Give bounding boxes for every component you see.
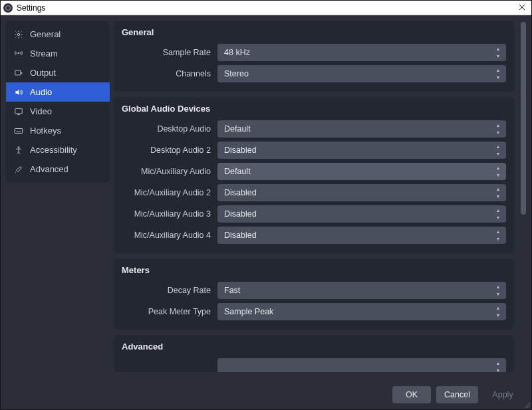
select-value: Disabled (224, 231, 257, 240)
select-value: Fast (224, 286, 240, 295)
gear-icon (14, 30, 23, 39)
sidebar-item-label: Hotkeys (30, 126, 61, 136)
antenna-icon (14, 49, 23, 58)
sidebar: General Stream Output Audio (6, 21, 110, 183)
sidebar-item-label: Stream (30, 49, 58, 58)
svg-point-5 (18, 146, 19, 148)
sidebar-item-label: Video (30, 106, 52, 116)
field-label: Desktop Audio 2 (122, 146, 212, 155)
select-value: Disabled (224, 188, 257, 197)
apply-button[interactable]: Apply (483, 386, 522, 403)
mic-aux-3-select[interactable]: Disabled ▴▾ (217, 205, 506, 223)
close-icon (519, 4, 525, 11)
sidebar-item-accessibility[interactable]: Accessibility (6, 140, 110, 159)
select-value: 48 kHz (224, 48, 250, 57)
group-title: Global Audio Devices (122, 104, 506, 114)
sidebar-item-output[interactable]: Output (6, 63, 110, 82)
sidebar-item-stream[interactable]: Stream (6, 44, 110, 63)
field-label: Mic/Auxiliary Audio 3 (122, 209, 212, 219)
sidebar-item-video[interactable]: Video (6, 102, 110, 121)
select-value: Default (224, 167, 251, 176)
sidebar-item-label: Accessibility (30, 145, 77, 155)
sidebar-item-general[interactable]: General (6, 25, 110, 44)
sidebar-item-hotkeys[interactable]: Hotkeys (6, 121, 110, 140)
sidebar-item-label: Advanced (30, 164, 68, 174)
channels-select[interactable]: Stereo ▴▾ (217, 65, 506, 82)
field-label: Decay Rate (122, 286, 212, 295)
mic-aux-4-select[interactable]: Disabled ▴▾ (217, 227, 506, 244)
group-title: Meters (122, 265, 506, 275)
decay-rate-select[interactable]: Fast ▴▾ (217, 282, 506, 299)
updown-icon: ▴▾ (492, 46, 504, 59)
select-value: Default (224, 124, 251, 134)
group-meters: Meters Decay Rate Fast ▴▾ Peak Meter Typ… (114, 258, 514, 330)
keyboard-icon (14, 126, 23, 136)
cancel-button[interactable]: Cancel (436, 386, 478, 403)
svg-point-1 (18, 52, 19, 53)
advanced-select[interactable]: ▴▾ (217, 358, 506, 372)
updown-icon: ▴▾ (492, 165, 504, 178)
accessibility-icon (14, 146, 23, 155)
svg-rect-3 (15, 108, 23, 114)
window-title: Settings (17, 3, 45, 13)
updown-icon: ▴▾ (492, 305, 504, 318)
field-label: Mic/Auxiliary Audio 4 (122, 231, 212, 240)
updown-icon: ▴▾ (492, 144, 504, 157)
svg-rect-4 (15, 128, 23, 133)
updown-icon: ▴▾ (492, 67, 504, 80)
updown-icon: ▴▾ (492, 122, 504, 136)
field-label: Channels (122, 69, 212, 78)
scrollbar-thumb[interactable] (521, 22, 526, 215)
updown-icon: ▴▾ (492, 360, 504, 372)
obs-icon (3, 3, 13, 13)
mic-aux-select[interactable]: Default ▴▾ (217, 163, 506, 180)
desktop-audio-2-select[interactable]: Disabled ▴▾ (217, 142, 506, 159)
sidebar-item-label: Output (30, 68, 56, 78)
group-title: General (122, 27, 506, 37)
scrollbar[interactable] (521, 21, 526, 380)
select-value: Sample Peak (224, 307, 273, 316)
field-label: Desktop Audio (122, 124, 212, 134)
mic-aux-2-select[interactable]: Disabled ▴▾ (217, 184, 506, 201)
svg-rect-2 (15, 70, 21, 74)
body: General Stream Output Audio (1, 15, 531, 380)
updown-icon: ▴▾ (492, 229, 504, 242)
sidebar-item-audio[interactable]: Audio (6, 82, 110, 102)
monitor-icon (14, 107, 23, 116)
select-value: Disabled (224, 146, 257, 155)
main-area: General Sample Rate 48 kHz ▴▾ Channels S (114, 21, 526, 380)
sidebar-item-advanced[interactable]: Advanced (6, 159, 110, 179)
field-label: Mic/Auxiliary Audio 2 (122, 188, 212, 197)
sidebar-item-label: Audio (30, 87, 52, 97)
peak-meter-type-select[interactable]: Sample Peak ▴▾ (217, 303, 506, 320)
group-global-audio-devices: Global Audio Devices Desktop Audio Defau… (114, 97, 514, 253)
resize-grip[interactable] (523, 401, 531, 409)
tools-icon (14, 165, 23, 174)
output-icon (14, 68, 23, 78)
speaker-icon (14, 88, 23, 97)
updown-icon: ▴▾ (492, 207, 504, 221)
svg-point-0 (17, 33, 20, 36)
group-advanced: Advanced ▴▾ (114, 335, 514, 372)
desktop-audio-select[interactable]: Default ▴▾ (217, 120, 506, 138)
sidebar-item-label: General (30, 29, 61, 39)
titlebar: Settings (1, 1, 531, 15)
field-label: Peak Meter Type (122, 307, 212, 316)
select-value: Stereo (224, 69, 249, 78)
field-label: Sample Rate (122, 48, 212, 57)
close-button[interactable] (515, 3, 529, 13)
field-label: Mic/Auxiliary Audio (122, 167, 212, 176)
dialog-footer: OK Cancel Apply (1, 380, 531, 409)
updown-icon: ▴▾ (492, 186, 504, 199)
field-label (122, 362, 212, 371)
group-title: Advanced (122, 342, 506, 352)
sample-rate-select[interactable]: 48 kHz ▴▾ (217, 44, 506, 61)
settings-window: Settings General Stream (0, 0, 532, 410)
group-general: General Sample Rate 48 kHz ▴▾ Channels S (114, 21, 514, 92)
ok-button[interactable]: OK (392, 386, 431, 403)
settings-scroll[interactable]: General Sample Rate 48 kHz ▴▾ Channels S (114, 21, 518, 380)
updown-icon: ▴▾ (492, 284, 504, 297)
select-value: Disabled (224, 209, 257, 219)
